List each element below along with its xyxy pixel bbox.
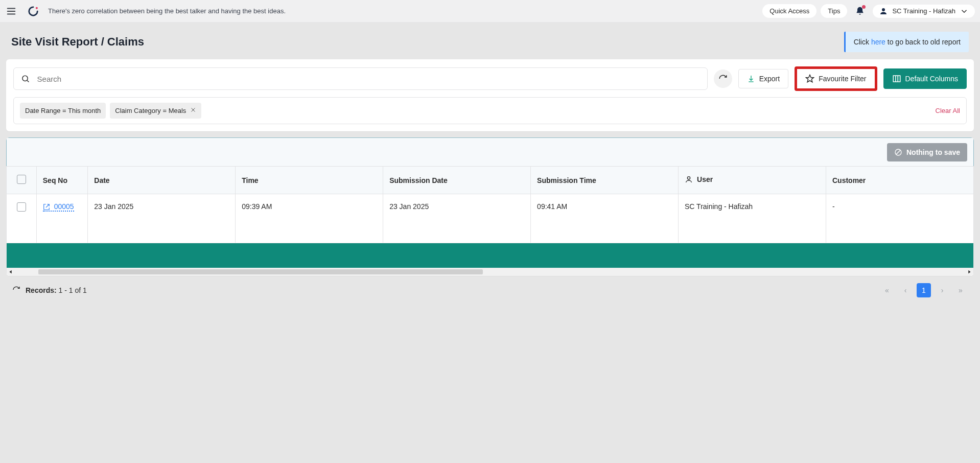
pagination: « ‹ 1 › » <box>880 283 968 297</box>
user-icon <box>685 175 693 183</box>
data-table: Seq No Date Time Submission Date Submiss… <box>7 167 973 243</box>
toolbar: Export Favourite Filter Default Columns <box>13 66 967 91</box>
page-prev[interactable]: ‹ <box>898 283 913 297</box>
page-header: Site Visit Report / Claims Click here to… <box>6 22 974 59</box>
banner-link[interactable]: here <box>871 38 885 46</box>
app-logo[interactable] <box>25 4 42 18</box>
clear-all-button[interactable]: Clear All <box>936 107 960 114</box>
header-user-label: User <box>697 175 713 183</box>
header-time[interactable]: Time <box>235 167 383 194</box>
seq-value: 00005 <box>54 202 74 211</box>
select-all-checkbox[interactable] <box>17 175 26 184</box>
records-total: 1 <box>83 286 87 294</box>
quick-access-button[interactable]: Quick Access <box>762 4 816 18</box>
header-submission-time[interactable]: Submission Time <box>530 167 678 194</box>
page-first[interactable]: « <box>880 283 894 297</box>
svg-point-3 <box>36 7 38 9</box>
star-icon <box>805 74 814 83</box>
table-row: 00005 23 Jan 2025 09:39 AM 23 Jan 2025 0… <box>7 194 973 243</box>
filters-bar: Date Range = This month Claim Category =… <box>13 97 967 124</box>
filter-chip-date-range[interactable]: Date Range = This month <box>20 103 106 119</box>
svg-line-6 <box>27 80 29 82</box>
header-submission-date[interactable]: Submission Date <box>383 167 530 194</box>
page-wrap: Site Visit Report / Claims Click here to… <box>0 22 980 307</box>
horizontal-scrollbar[interactable] <box>7 268 973 276</box>
header-checkbox-cell <box>7 167 36 194</box>
header-user[interactable]: User <box>678 167 826 194</box>
hamburger-icon[interactable] <box>4 4 18 18</box>
page-current[interactable]: 1 <box>917 283 931 297</box>
records-label: Records: 1 - 1 of 1 <box>26 286 87 294</box>
cell-customer: - <box>826 194 973 243</box>
records-range: 1 - 1 <box>59 286 73 294</box>
svg-point-15 <box>687 177 690 179</box>
download-icon <box>747 75 755 83</box>
footer: Records: 1 - 1 of 1 « ‹ 1 › » <box>6 276 974 302</box>
tips-button[interactable]: Tips <box>821 4 847 18</box>
page-last[interactable]: » <box>953 283 968 297</box>
filter-chips: Date Range = This month Claim Category =… <box>20 103 201 119</box>
svg-point-5 <box>22 76 28 81</box>
filter-chip-label: Date Range = This month <box>25 107 101 114</box>
footer-refresh-icon[interactable] <box>12 286 20 295</box>
scroll-right-icon[interactable] <box>965 268 973 276</box>
svg-line-14 <box>896 150 900 154</box>
table-header-row: Seq No Date Time Submission Date Submiss… <box>7 167 973 194</box>
table-summary-band <box>7 243 973 268</box>
refresh-icon <box>718 74 728 83</box>
default-columns-label: Default Columns <box>905 75 959 83</box>
banner-text-prefix: Click <box>854 38 871 46</box>
nothing-to-save-label: Nothing to save <box>906 148 960 156</box>
cell-seq-no: 00005 <box>36 194 88 243</box>
svg-marker-17 <box>968 270 970 274</box>
cell-submission-date: 23 Jan 2025 <box>383 194 530 243</box>
search-input[interactable] <box>36 74 700 84</box>
svg-point-4 <box>882 8 885 11</box>
favourite-filter-button[interactable]: Favourite Filter <box>797 69 874 88</box>
export-label: Export <box>759 75 780 83</box>
row-checkbox[interactable] <box>17 202 26 212</box>
favourite-filter-label: Favourite Filter <box>819 75 866 83</box>
app-bar: There's zero correlation between being t… <box>0 0 980 22</box>
footer-left: Records: 1 - 1 of 1 <box>12 286 87 295</box>
table-card: Nothing to save Seq No Date Time Submiss… <box>6 137 974 276</box>
header-date[interactable]: Date <box>87 167 235 194</box>
user-menu[interactable]: SC Training - Hafizah <box>873 5 975 18</box>
svg-marker-16 <box>10 270 12 274</box>
export-button[interactable]: Export <box>738 69 788 88</box>
scroll-left-icon[interactable] <box>7 268 15 276</box>
records-prefix: Records: <box>26 286 57 294</box>
records-of: of <box>75 286 81 294</box>
right-tools: Quick Access Tips SC Training - Hafizah <box>762 4 975 18</box>
row-checkbox-cell <box>7 194 36 243</box>
chip-remove-icon[interactable] <box>190 107 196 114</box>
nothing-to-save-button: Nothing to save <box>887 143 967 161</box>
cell-time: 09:39 AM <box>235 194 383 243</box>
favourite-filter-highlight: Favourite Filter <box>795 66 877 91</box>
banner-text-suffix: to go back to old report <box>888 38 961 46</box>
header-customer[interactable]: Customer <box>826 167 973 194</box>
header-seq-no[interactable]: Seq No <box>36 167 88 194</box>
scrollbar-thumb[interactable] <box>38 269 483 274</box>
search-wrap <box>13 67 708 90</box>
seq-link[interactable]: 00005 <box>43 202 74 212</box>
chevron-down-icon <box>960 7 969 16</box>
table-wrap: Seq No Date Time Submission Date Submiss… <box>6 166 974 276</box>
save-strip: Nothing to save <box>6 137 974 166</box>
default-columns-button[interactable]: Default Columns <box>883 68 967 89</box>
svg-rect-8 <box>893 76 900 82</box>
cell-submission-time: 09:41 AM <box>530 194 678 243</box>
avatar-icon <box>879 7 888 16</box>
page-title: Site Visit Report / Claims <box>11 35 144 49</box>
ban-icon <box>894 148 902 156</box>
toolbar-card: Export Favourite Filter Default Columns … <box>6 59 974 131</box>
refresh-button[interactable] <box>714 70 732 88</box>
cell-date: 23 Jan 2025 <box>87 194 235 243</box>
filter-chip-claim-category[interactable]: Claim Category = Meals <box>110 103 201 119</box>
filter-chip-label: Claim Category = Meals <box>115 107 186 114</box>
open-icon <box>43 203 50 211</box>
search-icon <box>21 74 30 83</box>
page-next[interactable]: › <box>935 283 949 297</box>
cell-user: SC Training - Hafizah <box>678 194 826 243</box>
notifications-icon[interactable] <box>851 4 869 18</box>
